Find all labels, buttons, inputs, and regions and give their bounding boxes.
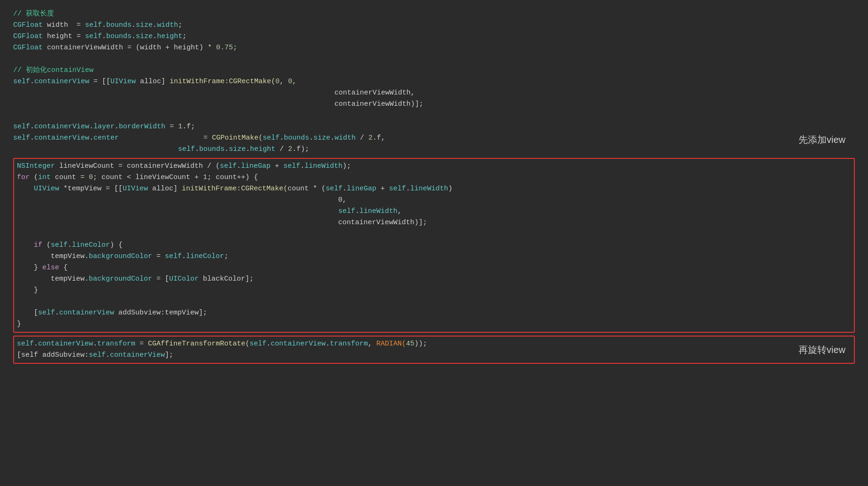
code-line-init2: containerViewWidth, [13, 87, 855, 99]
rb1-line-4: 0, [17, 195, 851, 206]
rb1-line-5: self.lineWidth, [17, 206, 851, 217]
rb1-line-12: [self.containerView addSubview:tempView]… [17, 307, 851, 319]
code-line-center2: self.bounds.size.height / 2.f); [13, 144, 855, 155]
rb1-line-9: } else { [17, 262, 851, 274]
code-area: // 获取长度 CGFloat width = self.bounds.size… [0, 0, 868, 375]
rb1-line-8: tempView.backgroundColor = self.lineColo… [17, 251, 851, 262]
code-line-width: CGFloat width = self.bounds.size.width; [13, 20, 855, 31]
rb1-line-13: } [17, 319, 851, 330]
rb1-line-3: UIView *tempView = [[UIView alloc] initW… [17, 183, 851, 195]
rb2-line-1: self.containerView.transform = CGAffineT… [17, 338, 851, 350]
rb1-line-7: if (self.lineColor) { [17, 240, 851, 251]
comment-line-1: // 获取长度 [13, 8, 855, 20]
rb2-line-2: [self addSubview:self.containerView]; [17, 350, 851, 361]
code-line-height: CGFloat height = self.bounds.size.height… [13, 31, 855, 42]
annotation-xian: 先添加view [798, 133, 845, 147]
rb1-line-10: tempView.backgroundColor = [UIColor blac… [17, 274, 851, 285]
rb1-line-11: } [17, 285, 851, 296]
code-line-container-width: CGFloat containerViewWidth = (width + he… [13, 42, 855, 54]
blank-line-1 [13, 54, 855, 65]
code-line-init3: containerViewWidth)]; [13, 99, 855, 110]
rb1-line-6: containerViewWidth)]; [17, 217, 851, 228]
blank-line-2 [13, 110, 855, 121]
rb1-blank-1 [17, 228, 851, 240]
rb1-blank-2 [17, 296, 851, 307]
rb1-line-2: for (int count = 0; count < lineViewCoun… [17, 172, 851, 183]
rb1-line-1: NSInteger lineViewCount = containerViewW… [17, 161, 851, 172]
annotation-zai: 再旋转view [798, 343, 845, 357]
code-line-center1: self.containerView.center = CGPointMake(… [13, 133, 855, 144]
code-line-init1: self.containerView = [[UIView alloc] ini… [13, 76, 855, 87]
code-line-border: self.containerView.layer.borderWidth = 1… [13, 121, 855, 133]
red-box-1: NSInteger lineViewCount = containerViewW… [13, 158, 855, 333]
red-box-2: self.containerView.transform = CGAffineT… [13, 336, 855, 364]
comment-line-2: // 初始化containView [13, 65, 855, 76]
top-code-block: // 获取长度 CGFloat width = self.bounds.size… [13, 8, 855, 155]
